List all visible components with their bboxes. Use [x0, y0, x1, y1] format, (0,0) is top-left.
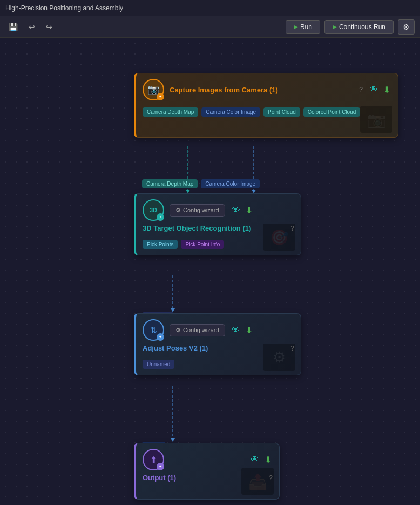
output-tag-pick-point-info[interactable]: Pick Point Info [181, 240, 224, 249]
svg-marker-3 [252, 190, 256, 193]
output-tag-unnamed[interactable]: Unnamed [143, 360, 174, 369]
output-download-button[interactable]: ⬇ [263, 454, 273, 466]
adjust-config-wizard-button[interactable]: ⚙ Config wizard [170, 324, 225, 336]
redo-button[interactable]: ↪ [43, 21, 56, 33]
save-button[interactable]: 💾 [5, 21, 21, 33]
recognition-eye-button[interactable]: 👁 [231, 204, 241, 216]
output-tag-pointcloud[interactable]: Point Cloud [263, 107, 300, 117]
adjust-thumbnail: ⚙ [263, 344, 295, 371]
capture-help-icon[interactable]: ? [359, 86, 363, 93]
toolbar: 💾 ↩ ↪ ▶ Run ▶ Continuous Run ⚙ [0, 16, 420, 38]
capture-node-title: Capture Images from Camera (1) [170, 86, 351, 94]
output-tag-pick-points[interactable]: Pick Points [143, 240, 178, 249]
capture-thumbnail: 📷 [360, 106, 392, 133]
canvas-area[interactable]: 📷 ✦ Capture Images from Camera (1) ? 👁 ⬇… [0, 38, 420, 505]
run-button[interactable]: ▶ Run [286, 20, 320, 34]
capture-download-button[interactable]: ⬇ [382, 84, 391, 96]
output-node-actions: 👁 ⬇ [249, 454, 273, 466]
capture-output-tags: Camera Depth Map Camera Color Image Poin… [136, 107, 398, 121]
adjust-node-icon: ⇅ ✦ [143, 319, 164, 341]
adjust-config-gear-icon: ⚙ [175, 327, 181, 334]
svg-marker-5 [171, 308, 175, 312]
adjust-download-button[interactable]: ⬇ [245, 324, 254, 336]
capture-eye-button[interactable]: 👁 [368, 84, 379, 96]
capture-node-actions: 👁 ⬇ [368, 84, 391, 96]
play-icon: ▶ [294, 24, 298, 30]
run-label: Run [300, 23, 312, 31]
undo-button[interactable]: ↩ [25, 21, 38, 33]
capture-node-icon: 📷 ✦ [143, 79, 164, 100]
svg-marker-1 [186, 190, 190, 193]
config-gear-icon: ⚙ [175, 207, 181, 214]
output-node[interactable]: ⬆ ✦ 👁 ⬇ Output (1) ? 📤 [134, 443, 280, 500]
continuous-run-label: Continuous Run [339, 23, 385, 31]
app-title: High-Precision Positioning and Assembly [5, 4, 123, 12]
adjust-badge: ✦ [157, 333, 164, 341]
recognition-badge: ✦ [157, 213, 164, 221]
adjust-eye-button[interactable]: 👁 [231, 324, 241, 336]
adjust-node-actions: 👁 ⬇ [231, 324, 254, 336]
title-bar: High-Precision Positioning and Assembly [0, 0, 420, 16]
recognition-config-wizard-button[interactable]: ⚙ Config wizard [170, 204, 225, 217]
recognition-download-button[interactable]: ⬇ [245, 204, 254, 217]
recognition-node-icon: 3D ✦ [143, 199, 164, 221]
recognition-thumbnail: 🎯 [263, 224, 295, 251]
recognition-node-header: 3D ✦ ⚙ Config wizard 👁 ⬇ [136, 194, 301, 224]
output-tag-colored[interactable]: Colored Point Cloud [303, 107, 361, 117]
adjust-node-header: ⇅ ✦ ⚙ Config wizard 👁 ⬇ [136, 314, 301, 344]
recognition-config-label: Config wizard [183, 207, 219, 213]
continuous-run-button[interactable]: ▶ Continuous Run [324, 20, 394, 34]
recognition-node[interactable]: 3D ✦ ⚙ Config wizard 👁 ⬇ 3D Target Objec… [134, 193, 301, 255]
capture-badge: ✦ [157, 93, 164, 100]
recognition-input-tags: Camera Depth Map Camera Color Image [142, 179, 260, 188]
output-badge: ✦ [157, 463, 164, 470]
continuous-play-icon: ▶ [333, 24, 337, 30]
adjust-poses-node[interactable]: ⇅ ✦ ⚙ Config wizard 👁 ⬇ Adjust Poses V2 … [134, 313, 301, 375]
output-tag-depth[interactable]: Camera Depth Map [143, 107, 198, 117]
capture-images-node[interactable]: 📷 ✦ Capture Images from Camera (1) ? 👁 ⬇… [134, 73, 398, 138]
output-node-icon: ⬆ ✦ [143, 449, 164, 470]
recognition-node-actions: 👁 ⬇ [231, 204, 254, 217]
svg-marker-7 [171, 438, 175, 442]
capture-node-header: 📷 ✦ Capture Images from Camera (1) ? 👁 ⬇ [136, 73, 398, 104]
output-tag-color[interactable]: Camera Color Image [201, 107, 260, 117]
recognition-input-depth[interactable]: Camera Depth Map [142, 179, 198, 188]
recognition-input-color[interactable]: Camera Color Image [201, 179, 260, 188]
output-thumbnail: 📤 [241, 468, 274, 495]
settings-button[interactable]: ⚙ [398, 19, 415, 35]
adjust-config-label: Config wizard [183, 327, 219, 333]
output-eye-button[interactable]: 👁 [249, 454, 260, 466]
